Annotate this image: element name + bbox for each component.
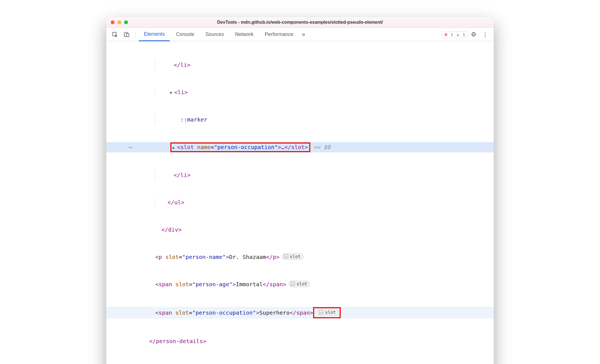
expand-caret-icon[interactable]: ▶ bbox=[173, 145, 176, 151]
reveal-slot-badge[interactable]: slot bbox=[317, 309, 339, 316]
svg-rect-4 bbox=[291, 282, 295, 286]
highlight-box: slot bbox=[313, 307, 341, 318]
tab-performance[interactable]: Performance bbox=[260, 28, 298, 41]
dom-row[interactable]: </div> bbox=[106, 225, 494, 234]
tag-li-open: <li> bbox=[174, 89, 188, 96]
titlebar: DevTools - mdn.github.io/web-components-… bbox=[106, 17, 494, 28]
dom-row[interactable]: <p slot="person-name">Dr. Shazaam</p>slo… bbox=[106, 252, 494, 262]
tab-elements[interactable]: Elements bbox=[139, 28, 170, 41]
tab-network[interactable]: Network bbox=[230, 28, 258, 41]
dom-row[interactable]: </li> bbox=[106, 60, 494, 70]
error-count: 1 bbox=[451, 32, 453, 37]
inspect-icon[interactable] bbox=[110, 30, 120, 39]
minimize-window-button[interactable] bbox=[117, 20, 121, 24]
warning-icon: ▲ bbox=[456, 32, 460, 37]
dom-row[interactable]: </ul> bbox=[106, 198, 494, 207]
svg-rect-3 bbox=[284, 254, 288, 258]
svg-rect-5 bbox=[319, 310, 323, 314]
reveal-slot-badge[interactable]: slot bbox=[289, 281, 311, 287]
tab-sources[interactable]: Sources bbox=[200, 28, 229, 41]
tag-li-close: </li> bbox=[174, 62, 190, 68]
dom-row-hover[interactable]: <span slot="person-occupation">Superhero… bbox=[106, 307, 494, 319]
issues-badge[interactable]: ⊗1 ▲1 bbox=[442, 31, 468, 38]
dom-row[interactable]: <span slot="person-age">Immortal</span>s… bbox=[106, 280, 494, 289]
tab-console[interactable]: Console bbox=[171, 28, 199, 41]
toolbar-divider bbox=[135, 31, 136, 38]
settings-icon[interactable]: ⚙ bbox=[469, 29, 479, 40]
gutter-dots-icon[interactable]: ⋯ bbox=[129, 142, 133, 152]
highlight-box: ▶<slot name="person-occupation">…</slot> bbox=[170, 142, 310, 152]
dom-row[interactable]: ▼<li> bbox=[106, 88, 494, 97]
traffic-lights bbox=[111, 20, 128, 24]
eq0-indicator: == $0 bbox=[314, 144, 330, 151]
devtools-window: DevTools - mdn.github.io/web-components-… bbox=[106, 17, 494, 364]
pseudo-marker: ::marker bbox=[180, 116, 207, 123]
maximize-window-button[interactable] bbox=[124, 20, 128, 24]
device-toggle-icon[interactable] bbox=[121, 30, 132, 39]
dom-row[interactable]: </li> bbox=[106, 170, 494, 180]
svg-rect-2 bbox=[127, 33, 129, 37]
dom-row[interactable]: ::marker bbox=[106, 115, 494, 124]
reveal-slot-badge[interactable]: slot bbox=[282, 253, 304, 260]
expand-caret-icon[interactable]: ▼ bbox=[170, 90, 174, 96]
elements-tree[interactable]: </li> ▼<li> ::marker ⋯▶<slot name="perso… bbox=[106, 41, 494, 364]
main-toolbar: Elements Console Sources Network Perform… bbox=[106, 28, 494, 41]
dom-row[interactable]: </person-details> bbox=[106, 336, 494, 346]
kebab-menu-icon[interactable]: ⋮ bbox=[480, 29, 490, 40]
dom-row-selected[interactable]: ⋯▶<slot name="person-occupation">…</slot… bbox=[106, 142, 494, 152]
close-window-button[interactable] bbox=[111, 20, 115, 24]
window-title: DevTools - mdn.github.io/web-components-… bbox=[106, 20, 494, 25]
error-icon: ⊗ bbox=[444, 32, 448, 37]
more-tabs-icon[interactable]: » bbox=[299, 29, 307, 40]
warning-count: 1 bbox=[463, 32, 465, 37]
